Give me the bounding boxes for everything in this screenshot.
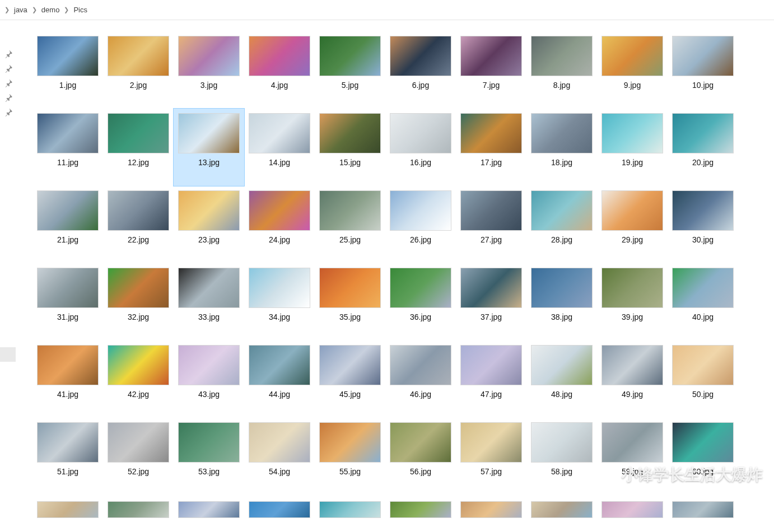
thumbnail [672,112,734,155]
thumbnail [107,498,170,521]
thumbnail [36,421,99,464]
file-item[interactable]: 61.jpg [32,495,103,522]
file-item[interactable]: 25.jpg [315,186,385,263]
file-item[interactable]: 22.jpg [103,186,174,263]
file-label: 60.jpg [692,467,714,476]
file-item[interactable]: 36.jpg [385,263,456,340]
file-item[interactable]: 70.jpg [668,495,738,522]
file-item[interactable]: 27.jpg [456,186,526,263]
file-item[interactable]: 47.jpg [456,340,526,418]
file-item[interactable]: 48.jpg [526,340,597,418]
file-item[interactable]: 60.jpg [668,418,738,495]
file-item[interactable]: 58.jpg [526,418,597,495]
file-item[interactable]: 2.jpg [103,31,174,109]
file-item[interactable]: 35.jpg [315,263,385,340]
file-label: 26.jpg [410,235,431,244]
file-item[interactable]: 11.jpg [32,109,103,186]
file-item[interactable]: 51.jpg [32,418,103,495]
file-item[interactable]: 63.jpg [174,495,244,522]
thumbnail [36,112,99,155]
file-item[interactable]: 31.jpg [32,263,103,340]
file-item[interactable]: 62.jpg [103,495,174,522]
file-item[interactable]: 23.jpg [174,186,244,263]
thumbnail [530,267,593,309]
file-item[interactable]: 8.jpg [526,31,597,109]
file-item[interactable]: 18.jpg [526,109,597,186]
file-item[interactable]: 49.jpg [597,340,668,418]
file-item[interactable]: 41.jpg [32,340,103,418]
file-item[interactable]: 65.jpg [315,495,385,522]
file-item[interactable]: 21.jpg [32,186,103,263]
file-label: 38.jpg [551,312,572,321]
file-item[interactable]: 42.jpg [103,340,174,418]
file-item[interactable]: 28.jpg [526,186,597,263]
file-label: 59.jpg [622,467,643,476]
thumbnail [601,344,664,386]
file-item[interactable]: 50.jpg [668,340,738,418]
file-item[interactable]: 32.jpg [103,263,174,340]
pin-icon[interactable] [4,80,12,87]
file-label: 21.jpg [57,235,78,244]
file-item[interactable]: 37.jpg [456,263,526,340]
file-item[interactable]: 52.jpg [103,418,174,495]
file-item[interactable]: 29.jpg [597,186,668,263]
pin-icon[interactable] [4,109,12,116]
file-item[interactable]: 44.jpg [244,340,315,418]
file-item[interactable]: 67.jpg [456,495,526,522]
file-item[interactable]: 68.jpg [526,495,597,522]
file-item[interactable]: 59.jpg [597,418,668,495]
file-item[interactable]: 34.jpg [244,263,315,340]
file-item[interactable]: 7.jpg [456,31,526,109]
file-item[interactable]: 45.jpg [315,340,385,418]
file-item[interactable]: 12.jpg [103,109,174,186]
file-item[interactable]: 39.jpg [597,263,668,340]
file-item[interactable]: 10.jpg [668,31,738,109]
file-item[interactable]: 6.jpg [385,31,456,109]
file-item[interactable]: 13.jpg [174,109,244,186]
file-item[interactable]: 69.jpg [597,495,668,522]
file-item[interactable]: 4.jpg [244,31,315,109]
chevron-right-icon: ❯ [3,6,11,13]
thumbnail [107,189,170,232]
file-item[interactable]: 14.jpg [244,109,315,186]
file-item[interactable]: 5.jpg [315,31,385,109]
file-item[interactable]: 15.jpg [315,109,385,186]
file-item[interactable]: 17.jpg [456,109,526,186]
file-item[interactable]: 1.jpg [32,31,103,109]
file-item[interactable]: 54.jpg [244,418,315,495]
file-item[interactable]: 20.jpg [668,109,738,186]
file-item[interactable]: 30.jpg [668,186,738,263]
thumbnail [460,498,523,521]
breadcrumb-item[interactable]: demo [38,4,63,16]
pin-icon[interactable] [4,65,12,73]
file-item[interactable]: 33.jpg [174,263,244,340]
chevron-right-icon: ❯ [63,6,70,13]
file-item[interactable]: 3.jpg [174,31,244,109]
thumbnail [248,267,311,309]
file-item[interactable]: 38.jpg [526,263,597,340]
pin-icon[interactable] [4,94,12,102]
file-item[interactable]: 55.jpg [315,418,385,495]
breadcrumb-item[interactable]: Pics [70,4,91,16]
file-item[interactable]: 19.jpg [597,109,668,186]
file-item[interactable]: 26.jpg [385,186,456,263]
thumbnail [530,112,593,155]
file-item[interactable]: 9.jpg [597,31,668,109]
breadcrumb-item[interactable]: java [11,4,31,16]
breadcrumb[interactable]: ❯ java ❯ demo ❯ Pics [0,0,774,20]
thumbnail [460,112,523,155]
file-item[interactable]: 46.jpg [385,340,456,418]
file-item[interactable]: 16.jpg [385,109,456,186]
pin-icon[interactable] [4,50,12,58]
file-item[interactable]: 53.jpg [174,418,244,495]
file-item[interactable]: 43.jpg [174,340,244,418]
file-label: 53.jpg [198,467,220,476]
file-item[interactable]: 40.jpg [668,263,738,340]
file-item[interactable]: 57.jpg [456,418,526,495]
file-item[interactable]: 56.jpg [385,418,456,495]
file-item[interactable]: 64.jpg [244,495,315,522]
thumbnail [389,189,452,232]
file-item[interactable]: 24.jpg [244,186,315,263]
thumbnail [248,112,311,155]
file-item[interactable]: 66.jpg [385,495,456,522]
